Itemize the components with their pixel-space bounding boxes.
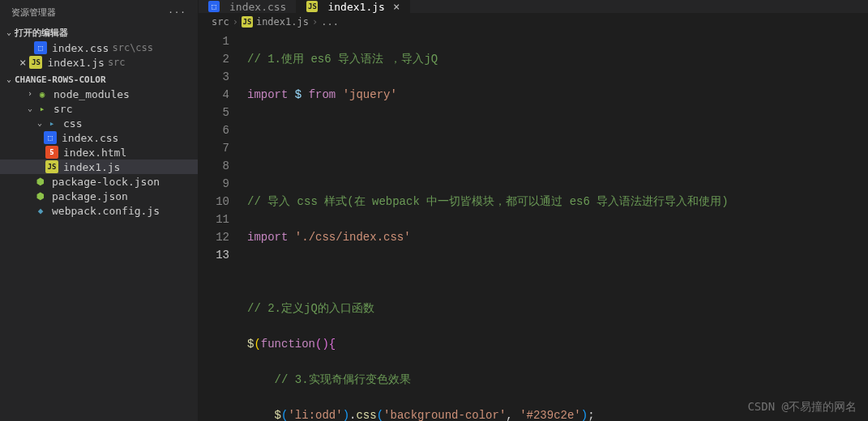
tree-file-index-html[interactable]: 5 index.html	[0, 145, 198, 159]
open-editors-section: ⌄ 打开的编辑器 ⬚ index.css src\css × JS index1…	[0, 23, 198, 71]
open-editors-header[interactable]: ⌄ 打开的编辑器	[0, 25, 198, 40]
chevron-down-icon: ⌄	[3, 28, 15, 36]
line-number: 3	[199, 68, 229, 86]
file-label: index1.js	[63, 161, 120, 173]
file-path: src	[108, 57, 126, 68]
project-header[interactable]: ⌄ CHANGE-ROWS-COLOR	[0, 73, 198, 87]
open-editor-item-active[interactable]: × JS index1.js src	[0, 55, 198, 70]
breadcrumb-item[interactable]: src	[212, 16, 229, 28]
folder-label: css	[63, 117, 82, 130]
js-file-icon: JS	[242, 16, 253, 28]
file-label: package-lock.json	[52, 176, 160, 188]
project-section: ⌄ CHANGE-ROWS-COLOR › ◉ node_modules ⌄ ▸…	[0, 71, 198, 219]
tab-index1-js[interactable]: JS index1.js ×	[297, 0, 410, 13]
line-number: 10	[199, 193, 229, 210]
tree-file-index-css[interactable]: ⬚ index.css	[0, 130, 198, 145]
tree-file-pkg-lock[interactable]: ⬢ package-lock.json	[0, 174, 198, 189]
file-label: index.css	[62, 132, 118, 144]
project-name: CHANGE-ROWS-COLOR	[15, 74, 106, 85]
line-number: 11	[199, 210, 229, 228]
chevron-right-icon: ›	[233, 16, 238, 28]
html-file-icon: 5	[45, 146, 58, 159]
editor-area: ⬚ index.css JS index1.js × src › JS inde…	[199, 0, 868, 421]
file-path: src\css	[112, 42, 153, 53]
file-label: package.json	[52, 190, 128, 202]
line-number: 4	[199, 86, 229, 104]
webpack-icon: ◆	[34, 204, 47, 217]
chevron-down-icon: ⌄	[34, 118, 45, 127]
line-number: 9	[199, 175, 229, 193]
tree-folder-css[interactable]: ⌄ ▸ css	[0, 116, 198, 130]
line-gutter: 1 2 3 4 5 6 7 8 9 10 11 12 13	[199, 32, 247, 421]
chevron-right-icon: ›	[24, 89, 36, 98]
line-number: 2	[199, 50, 229, 68]
folder-open-icon: ▸	[45, 117, 58, 130]
css-file-icon: ⬚	[44, 131, 57, 144]
code-editor[interactable]: 1 2 3 4 5 6 7 8 9 10 11 12 13 // 1.使用 es…	[199, 32, 868, 421]
js-file-icon: JS	[45, 160, 58, 173]
close-icon[interactable]: ×	[390, 0, 400, 13]
folder-label: src	[53, 103, 72, 115]
nodejs-folder-icon: ◉	[36, 87, 49, 100]
css-file-icon: ⬚	[208, 1, 220, 12]
js-file-icon: JS	[29, 56, 42, 69]
line-number: 13	[199, 246, 229, 264]
more-icon[interactable]: ···	[168, 7, 186, 18]
breadcrumb[interactable]: src › JS index1.js › ...	[199, 13, 868, 32]
close-icon[interactable]: ×	[19, 56, 26, 69]
chevron-down-icon: ⌄	[3, 74, 15, 83]
file-name: index.css	[52, 42, 109, 54]
line-number: 7	[199, 139, 229, 157]
folder-open-icon: ▸	[36, 102, 49, 115]
open-editor-item[interactable]: ⬚ index.css src\css	[0, 40, 198, 55]
tab-index-css[interactable]: ⬚ index.css	[199, 0, 297, 13]
line-number: 12	[199, 228, 229, 246]
tab-label: index1.js	[327, 1, 384, 13]
line-number: 1	[199, 32, 229, 50]
file-label: index.html	[63, 147, 126, 159]
chevron-right-icon: ›	[312, 16, 318, 28]
css-file-icon: ⬚	[34, 41, 47, 54]
tree-folder-src[interactable]: ⌄ ▸ src	[0, 101, 198, 116]
nodejs-icon: ⬢	[34, 175, 47, 188]
line-number: 8	[199, 157, 229, 175]
tree-file-index1-js[interactable]: JS index1.js	[0, 159, 198, 174]
file-name: index1.js	[47, 57, 104, 69]
line-number: 5	[199, 104, 229, 121]
breadcrumb-item[interactable]: index1.js	[256, 16, 309, 28]
tab-bar: ⬚ index.css JS index1.js ×	[199, 0, 868, 13]
open-editors-label: 打开的编辑器	[15, 27, 68, 39]
folder-label: node_modules	[53, 88, 130, 100]
chevron-down-icon: ⌄	[24, 104, 36, 113]
tree-folder-node-modules[interactable]: › ◉ node_modules	[0, 87, 198, 101]
nodejs-icon: ⬢	[34, 189, 47, 202]
explorer-title: 资源管理器	[11, 6, 56, 19]
js-file-icon: JS	[306, 1, 318, 12]
tree-file-webpack[interactable]: ◆ webpack.config.js	[0, 203, 198, 218]
code-content[interactable]: // 1.使用 es6 导入语法 ，导入jQ import $ from 'jq…	[247, 32, 868, 421]
explorer-header: 资源管理器 ···	[0, 0, 198, 23]
tree-file-pkg[interactable]: ⬢ package.json	[0, 189, 198, 203]
breadcrumb-more[interactable]: ...	[321, 16, 339, 28]
explorer-sidebar: 资源管理器 ··· ⌄ 打开的编辑器 ⬚ index.css src\css ×…	[0, 0, 199, 421]
tab-label: index.css	[229, 1, 286, 13]
file-label: webpack.config.js	[52, 205, 160, 217]
line-number: 6	[199, 121, 229, 139]
